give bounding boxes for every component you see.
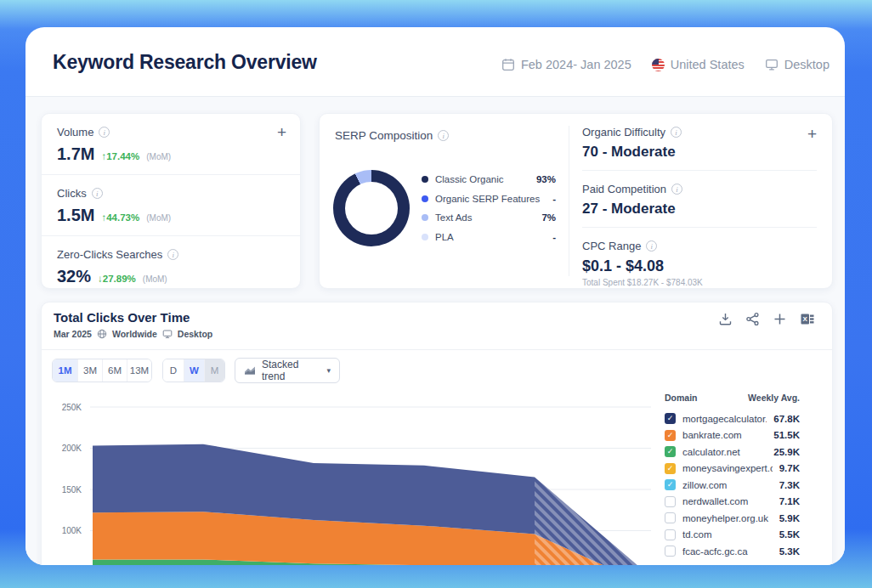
add-to-list-button[interactable]: + [277, 124, 286, 140]
dashboard-card: Keyword Research Overview Feb 2024- Jan … [25, 27, 845, 565]
weekly-avg-value: 5.3K [779, 546, 800, 557]
clicks-mom-label: (MoM) [146, 213, 171, 223]
volume-row: Volumei 1.7M ↑17.44% (MoM) + [42, 114, 300, 174]
desktop-monitor-icon [765, 58, 779, 71]
domain-label: nerdwallet.com [682, 496, 773, 506]
y-axis-tick-label: 100K [62, 526, 82, 535]
domain-label: td.com [682, 529, 773, 540]
domain-legend-row[interactable]: td.com5.5K [665, 527, 800, 544]
info-icon[interactable]: i [671, 184, 682, 195]
weekly-avg-value: 7.3K [779, 480, 800, 490]
domain-label: fcac-acfc.gc.ca [682, 546, 773, 557]
domain-legend-row[interactable]: nerdwallet.com7.1K [665, 494, 800, 511]
weekly-avg-value: 9.7K [779, 463, 800, 473]
info-icon[interactable]: i [99, 127, 110, 138]
desktop-monitor-icon [162, 329, 173, 339]
organic-difficulty-label: Organic Difficulty [582, 126, 665, 139]
domain-label: bankrate.com [682, 430, 767, 440]
domain-checkbox[interactable]: ✓ [665, 463, 676, 474]
legend-dot-icon [422, 214, 428, 221]
domain-label: mortgagecalculator.org [682, 414, 767, 424]
serp-slice-value: 93% [536, 174, 556, 184]
domain-checkbox[interactable]: ✓ [665, 430, 676, 441]
range-6m-button[interactable]: 6M [102, 359, 127, 382]
volume-value: 1.7M [57, 144, 94, 164]
y-axis-tick-label: 200K [62, 444, 82, 453]
device-label: Desktop [784, 58, 830, 71]
serp-title: SERP Composition [335, 129, 433, 142]
volume-change: ↑17.44% [101, 151, 139, 161]
granularity-m-button[interactable]: M [204, 359, 224, 382]
serp-slice-label: Organic SERP Features [435, 194, 546, 204]
info-icon[interactable]: i [438, 130, 449, 141]
domain-checkbox[interactable]: ✓ [665, 446, 676, 457]
domain-legend-row[interactable]: moneyhelper.org.uk5.9K [665, 510, 800, 527]
clicks-label: Clicks [57, 187, 87, 200]
paid-competition-value: 27 - Moderate [582, 201, 817, 218]
granularity-w-button[interactable]: W [184, 359, 204, 382]
paid-competition-row: Paid Competitioni 27 - Moderate [582, 170, 817, 227]
chart-view-dropdown[interactable]: Stacked trend ▾ [235, 358, 340, 383]
domain-legend-row[interactable]: ✓bankrate.com51.5K [665, 427, 800, 444]
domain-checkbox[interactable] [665, 546, 676, 557]
clicks-value: 1.5M [57, 206, 94, 225]
legend-domain-column: Domain [665, 393, 698, 403]
granularity-d-button[interactable]: D [163, 359, 184, 382]
header-controls: Feb 2024- Jan 2025 United States Desktop [501, 58, 830, 71]
date-range-selector[interactable]: Feb 2024- Jan 2025 [501, 58, 631, 71]
serp-legend-item: Classic Organic93% [422, 170, 556, 189]
domain-legend: Domain Weekly Avg. ✓mortgagecalculator.o… [665, 393, 800, 560]
legend-dot-icon [422, 195, 428, 202]
domain-checkbox[interactable] [665, 529, 676, 540]
cpc-range-value: $0.1 - $4.08 [582, 257, 817, 275]
range-13m-button[interactable]: 13M [127, 359, 151, 382]
domain-checkbox[interactable]: ✓ [665, 413, 676, 424]
domain-legend-row[interactable]: ✓zillow.com7.3K [665, 477, 800, 494]
serp-slice-label: PLA [435, 232, 546, 242]
device-selector[interactable]: Desktop [765, 58, 830, 71]
clicks-change: ↑44.73% [101, 212, 139, 223]
y-axis-tick-label: 150K [62, 485, 82, 495]
range-1m-button[interactable]: 1M [53, 359, 77, 382]
zero-clicks-value: 32% [57, 267, 91, 286]
domain-checkbox[interactable] [665, 496, 676, 507]
legend-dot-icon [422, 176, 428, 183]
globe-icon [97, 329, 107, 339]
page-title: Keyword Research Overview [53, 51, 317, 74]
info-icon[interactable]: i [92, 188, 103, 199]
info-icon[interactable]: i [671, 127, 682, 138]
serp-slice-label: Text Ads [435, 212, 535, 223]
organic-difficulty-value: 70 - Moderate [582, 144, 817, 161]
stats-card: Volumei 1.7M ↑17.44% (MoM) + Clicksi 1.5… [41, 113, 301, 289]
domain-checkbox[interactable]: ✓ [665, 479, 676, 490]
domain-legend-row[interactable]: ✓mortgagecalculator.org67.8K [665, 410, 800, 427]
zero-clicks-label: Zero-Clicks Searches [57, 248, 162, 261]
download-icon[interactable] [718, 312, 733, 326]
excel-export-icon[interactable]: X [800, 312, 815, 326]
vertical-divider [569, 126, 569, 276]
share-icon[interactable] [745, 312, 760, 326]
range-3m-button[interactable]: 3M [77, 359, 102, 382]
weekly-avg-value: 5.9K [779, 513, 800, 523]
volume-mom-label: (MoM) [146, 152, 171, 161]
plus-icon[interactable] [773, 312, 787, 326]
calendar-icon [501, 58, 515, 71]
domain-legend-row[interactable]: fcac-acfc.gc.ca5.3K [665, 543, 800, 560]
add-to-list-button[interactable]: + [807, 126, 817, 142]
info-icon[interactable]: i [646, 240, 657, 252]
volume-label: Volume [57, 126, 93, 139]
domain-legend-row[interactable]: ✓moneysavingexpert.com9.7K [665, 461, 800, 478]
difficulty-pane: Organic Difficultyi 70 - Moderate + Paid… [582, 114, 817, 288]
y-axis-tick-label: 250K [62, 403, 82, 412]
domain-checkbox[interactable] [665, 512, 676, 523]
serp-slice-label: Classic Organic [435, 174, 529, 184]
caret-down-icon: ▾ [326, 366, 331, 375]
svg-text:X: X [803, 315, 808, 323]
weekly-avg-value: 25.9K [773, 447, 800, 457]
info-icon[interactable]: i [167, 249, 178, 260]
domain-legend-row[interactable]: ✓calculator.net25.9K [665, 444, 800, 461]
domain-label: moneyhelper.org.uk [682, 513, 773, 523]
chart-view-label: Stacked trend [262, 359, 320, 382]
country-selector[interactable]: United States [652, 58, 745, 71]
domain-label: calculator.net [682, 447, 767, 457]
